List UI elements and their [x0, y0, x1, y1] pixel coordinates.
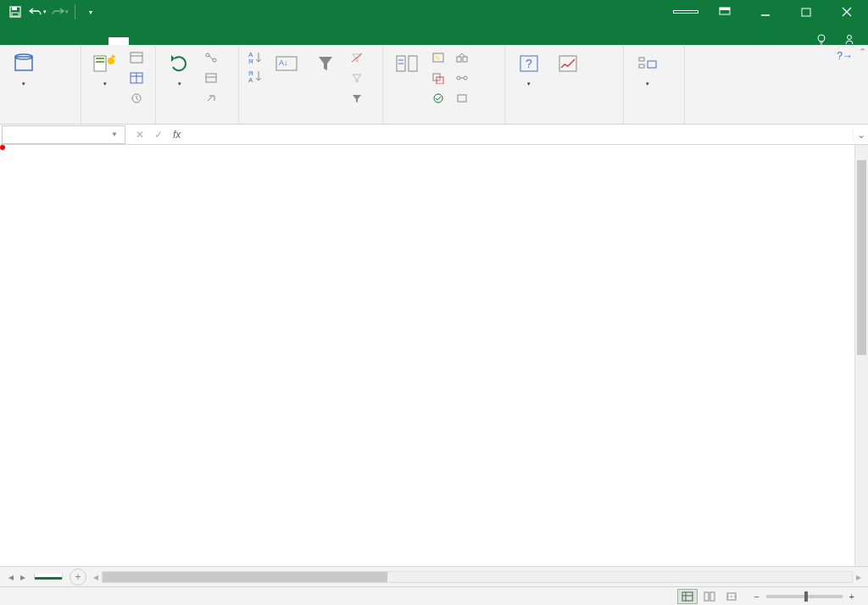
tab-home[interactable]: [27, 37, 47, 45]
fx-icon[interactable]: fx: [173, 129, 181, 141]
tab-data[interactable]: [108, 37, 129, 45]
connections-icon[interactable]: [202, 48, 220, 67]
sort-az-icon[interactable]: АЯ: [246, 48, 264, 67]
svg-rect-1: [12, 7, 17, 10]
chevron-down-icon[interactable]: ▼: [111, 130, 118, 138]
recent-sources-icon[interactable]: [127, 89, 146, 108]
svg-rect-6: [802, 8, 810, 16]
close-button[interactable]: [827, 0, 866, 24]
formula-input[interactable]: [189, 133, 853, 136]
forecast-sheet-button[interactable]: [551, 48, 585, 80]
text-to-columns-button[interactable]: [390, 48, 424, 80]
zoom-in-button[interactable]: +: [849, 591, 854, 602]
what-if-button[interactable]: ?▾: [512, 48, 546, 89]
svg-text:А↓: А↓: [279, 58, 288, 67]
add-sheet-button[interactable]: +: [70, 569, 86, 586]
flash-fill-icon[interactable]: [429, 48, 448, 67]
clear-filter-icon[interactable]: [348, 48, 366, 67]
svg-point-18: [108, 58, 114, 64]
sheet-tab-bar: ◂ ▸ + ◂▸: [0, 566, 868, 586]
maximize-button[interactable]: [787, 0, 826, 24]
solver-button[interactable]: ?→: [837, 50, 856, 62]
sign-in-button[interactable]: [673, 10, 698, 14]
page-layout-view-icon[interactable]: [699, 589, 720, 604]
save-icon[interactable]: [5, 2, 25, 22]
svg-rect-19: [131, 53, 142, 63]
svg-point-26: [213, 58, 216, 62]
manage-data-model-icon[interactable]: [453, 89, 471, 108]
advanced-filter-icon[interactable]: [348, 89, 366, 108]
svg-rect-53: [559, 56, 576, 71]
remove-duplicates-icon[interactable]: [429, 69, 448, 87]
svg-rect-55: [639, 64, 644, 68]
sheet-tab[interactable]: [34, 574, 63, 580]
minimize-button[interactable]: [746, 0, 785, 24]
edit-links-icon[interactable]: [202, 89, 220, 108]
svg-rect-38: [409, 56, 417, 71]
svg-point-25: [206, 53, 209, 57]
collapse-ribbon-icon[interactable]: ⌃: [859, 47, 866, 58]
svg-point-12: [848, 36, 852, 40]
tell-me[interactable]: [815, 33, 831, 45]
zoom-out-button[interactable]: −: [754, 591, 759, 602]
ribbon-options-icon[interactable]: [705, 0, 744, 24]
svg-point-48: [464, 76, 467, 80]
svg-rect-17: [96, 61, 104, 63]
accept-formula-icon[interactable]: ✓: [154, 129, 163, 141]
nav-first-icon[interactable]: ◂: [8, 571, 14, 583]
group-label: [163, 119, 231, 122]
zoom-slider[interactable]: [766, 595, 843, 598]
reapply-icon[interactable]: [348, 69, 366, 87]
sort-za-icon[interactable]: ЯА: [246, 67, 264, 86]
outline-button[interactable]: ▾: [631, 48, 665, 89]
svg-rect-41: [433, 53, 443, 62]
svg-text:Я: Я: [248, 58, 253, 65]
spreadsheet-grid[interactable]: [0, 145, 868, 566]
tab-help[interactable]: [170, 37, 190, 45]
tab-formulas[interactable]: [88, 37, 108, 45]
svg-text:А: А: [248, 76, 253, 84]
group-label: [246, 119, 376, 122]
redo-icon[interactable]: ▾: [49, 2, 70, 22]
nav-last-icon[interactable]: ▸: [20, 571, 25, 583]
ribbon: ▾ ▾ ▾ АЯ ЯА: [0, 45, 868, 125]
data-validation-icon[interactable]: [429, 89, 448, 108]
formula-bar: ▼ ✕ ✓ fx ⌄: [0, 125, 868, 145]
get-external-data-button[interactable]: ▾: [7, 48, 41, 89]
refresh-all-button[interactable]: ▾: [163, 48, 197, 89]
undo-icon[interactable]: ▾: [27, 2, 47, 22]
svg-rect-56: [648, 61, 656, 68]
svg-point-44: [434, 94, 442, 103]
properties-icon[interactable]: [202, 69, 220, 87]
tab-review[interactable]: [129, 37, 149, 45]
name-box[interactable]: ▼: [2, 125, 125, 144]
tab-insert[interactable]: [47, 37, 68, 45]
person-icon: [844, 34, 854, 44]
svg-rect-16: [96, 58, 104, 59]
page-break-view-icon[interactable]: [721, 589, 742, 604]
svg-rect-45: [457, 57, 461, 62]
svg-point-9: [818, 35, 825, 42]
tab-layout[interactable]: [68, 37, 88, 45]
relationships-icon[interactable]: [453, 69, 471, 87]
cancel-formula-icon[interactable]: ✕: [136, 129, 144, 141]
tab-file[interactable]: [7, 37, 27, 45]
vertical-scrollbar[interactable]: [854, 145, 868, 566]
svg-rect-57: [682, 592, 693, 601]
horizontal-scrollbar[interactable]: ◂▸: [86, 571, 868, 583]
filter-button[interactable]: [309, 48, 342, 80]
svg-rect-54: [639, 58, 644, 61]
qat-customize-icon[interactable]: ▾: [81, 2, 101, 22]
svg-rect-4: [720, 8, 730, 10]
sort-button[interactable]: А↓: [270, 48, 303, 80]
from-table-icon[interactable]: [127, 69, 146, 87]
svg-rect-28: [206, 74, 216, 82]
normal-view-icon[interactable]: [677, 589, 698, 604]
show-queries-icon[interactable]: [127, 48, 146, 67]
consolidate-icon[interactable]: [453, 48, 471, 67]
new-query-button[interactable]: ▾: [88, 48, 122, 89]
expand-formula-bar-icon[interactable]: ⌄: [853, 129, 868, 141]
tab-view[interactable]: [149, 37, 170, 45]
share-button[interactable]: [844, 34, 858, 44]
title-bar: ▾ ▾ ▾: [0, 0, 868, 24]
